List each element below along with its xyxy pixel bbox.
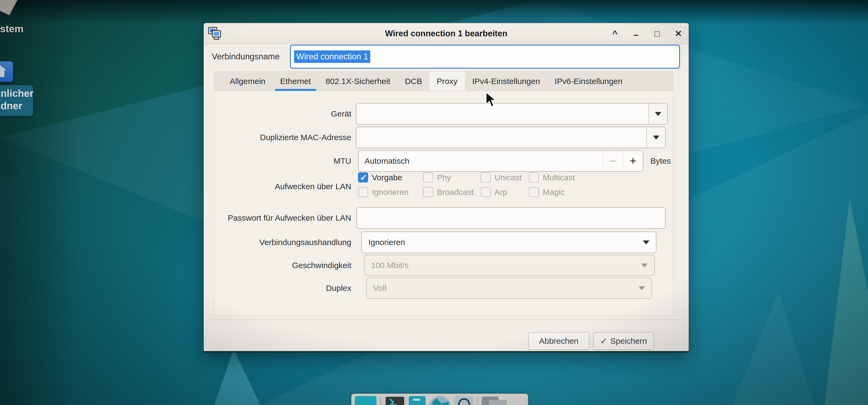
save-button[interactable]: ✓ Speichern: [593, 332, 654, 350]
wol-password-input[interactable]: [356, 207, 665, 229]
desktop-icon-label-home[interactable]: nlicher dner: [0, 85, 33, 116]
home-folder-icon[interactable]: [0, 61, 13, 82]
device-combo-entry[interactable]: [356, 103, 668, 125]
dropdown-arrow-icon: [655, 112, 661, 116]
link-negotiation-dropdown[interactable]: Ignorieren: [361, 232, 656, 253]
cloned-mac-dropdown-button[interactable]: [646, 127, 665, 148]
speed-dropdown: 100 Mbit/s: [364, 255, 655, 276]
tab-ipv6-einstellungen[interactable]: IPv6-Einstellungen: [547, 72, 630, 91]
close-button[interactable]: ✕: [673, 29, 684, 39]
shade-button[interactable]: ^: [610, 29, 620, 39]
ethernet-tab-page: Gerät Duplizierte MAC-Adresse MTU Automa…: [214, 91, 674, 316]
connection-editor-window: Wired connection 1 bearbeiten ^ − □ ✕ Ve…: [204, 23, 689, 351]
link-negotiation-label: Verbindungsaushandlung: [214, 232, 351, 253]
checkbox-icon: [358, 187, 368, 197]
tab-8021x-sicherheit[interactable]: 802.1X-Sicherheit: [318, 72, 397, 91]
wol-checkbox-phy[interactable]: Phy: [423, 172, 451, 182]
minimize-button[interactable]: −: [631, 30, 642, 40]
checkbox-icon: [529, 172, 539, 182]
tab-ethernet[interactable]: Ethernet: [273, 72, 318, 91]
file-manager-icon[interactable]: [482, 396, 510, 405]
desktop-icon-label-system[interactable]: stem: [0, 23, 23, 35]
mtu-decrement-button[interactable]: −: [603, 151, 623, 171]
wol-password-label: Passwort für Aufwecken über LAN: [214, 207, 351, 229]
wol-checkbox-broadcast[interactable]: Broadcast: [423, 187, 474, 197]
cloned-mac-label: Duplizierte MAC-Adresse: [214, 127, 351, 148]
mtu-increment-button[interactable]: +: [623, 151, 643, 171]
wol-checkbox-vorgabe[interactable]: Vorgabe: [358, 172, 402, 182]
tab-strip: Allgemein Ethernet 802.1X-Sicherheit DCB…: [214, 71, 674, 91]
duplex-value: Voll: [373, 283, 386, 293]
dropdown-arrow-icon: [641, 264, 648, 268]
checkbox-icon: [423, 187, 433, 197]
mtu-spinbutton[interactable]: Automatisch − +: [358, 150, 643, 172]
speed-label: Geschwindigkeit: [214, 255, 351, 276]
taskbar-separator: [477, 397, 478, 405]
connection-name-input[interactable]: Wired connection 1: [290, 45, 680, 69]
terminal-icon[interactable]: [385, 396, 405, 405]
taskbar: [351, 394, 528, 405]
app-finder-icon[interactable]: [454, 396, 473, 405]
browser-globe-icon[interactable]: [429, 396, 451, 405]
tab-dcb[interactable]: DCB: [398, 72, 429, 91]
checkbox-checked-icon: [358, 172, 368, 182]
connection-name-label: Verbindungsname: [212, 45, 288, 69]
titlebar[interactable]: Wired connection 1 bearbeiten ^ − □ ✕: [204, 23, 689, 44]
checkbox-icon: [480, 187, 491, 197]
mouse-cursor: [485, 92, 497, 108]
checkbox-icon: [529, 187, 539, 197]
wol-checkbox-multicast[interactable]: Multicast: [529, 172, 575, 182]
action-area-separator: [212, 319, 681, 320]
tab-ipv4-einstellungen[interactable]: IPv4-Einstellungen: [465, 72, 547, 91]
dropdown-arrow-icon: [639, 286, 645, 290]
house-icon: [0, 65, 6, 70]
cloned-mac-combo-entry[interactable]: [356, 127, 666, 148]
wol-checkbox-arp[interactable]: Arp: [480, 187, 507, 197]
desktop-icon-partial[interactable]: [0, 0, 18, 15]
wol-checkbox-unicast[interactable]: Unicast: [480, 172, 522, 182]
check-icon: ✓: [600, 336, 607, 346]
device-label: Gerät: [214, 103, 351, 125]
cancel-button[interactable]: Abbrechen: [528, 332, 589, 350]
selected-text: Wired connection 1: [294, 50, 370, 63]
maximize-button[interactable]: □: [652, 29, 663, 39]
taskbar-app-icon[interactable]: [355, 396, 376, 405]
cloned-mac-value[interactable]: [356, 127, 646, 148]
duplex-dropdown: Voll: [366, 278, 652, 299]
tab-allgemein[interactable]: Allgemein: [222, 72, 273, 91]
speed-value: 100 Mbit/s: [371, 261, 408, 270]
checkbox-icon: [480, 172, 491, 182]
wake-on-lan-label: Aufwecken über LAN: [214, 173, 351, 200]
taskbar-separator: [380, 397, 381, 405]
duplex-label: Duplex: [214, 278, 351, 299]
terminal-alt-icon[interactable]: [409, 396, 426, 405]
device-dropdown-button[interactable]: [648, 104, 667, 124]
dropdown-arrow-icon: [643, 240, 649, 244]
tab-proxy[interactable]: Proxy: [429, 72, 465, 91]
mtu-value[interactable]: Automatisch: [359, 157, 603, 166]
link-negotiation-value: Ignorieren: [368, 238, 405, 247]
mtu-unit-label: Bytes: [650, 150, 671, 172]
wol-checkbox-magic[interactable]: Magic: [529, 187, 564, 197]
wol-checkbox-ignorieren[interactable]: Ignorieren: [358, 187, 408, 197]
settings-notebook: Allgemein Ethernet 802.1X-Sicherheit DCB…: [214, 71, 674, 316]
dropdown-arrow-icon: [653, 136, 659, 140]
mtu-label: MTU: [214, 150, 351, 172]
device-value[interactable]: [356, 104, 648, 124]
checkbox-icon: [423, 172, 433, 182]
